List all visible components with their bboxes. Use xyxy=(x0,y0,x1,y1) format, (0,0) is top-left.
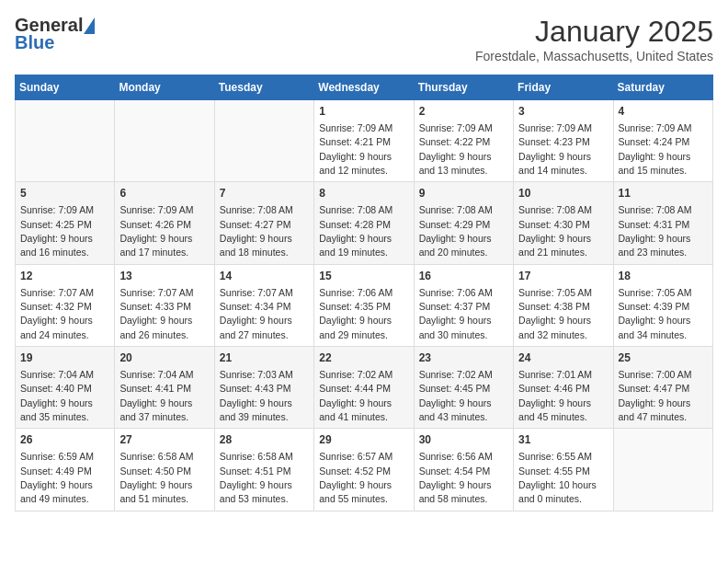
calendar-cell: 24Sunrise: 7:01 AM Sunset: 4:46 PM Dayli… xyxy=(514,347,613,429)
calendar-cell: 9Sunrise: 7:08 AM Sunset: 4:29 PM Daylig… xyxy=(414,182,513,264)
day-info: Sunrise: 7:07 AM Sunset: 4:33 PM Dayligh… xyxy=(119,287,193,340)
calendar-cell: 25Sunrise: 7:00 AM Sunset: 4:47 PM Dayli… xyxy=(613,347,712,429)
calendar-cell: 7Sunrise: 7:08 AM Sunset: 4:27 PM Daylig… xyxy=(214,182,313,264)
month-title: January 2025 xyxy=(475,15,713,49)
day-number: 21 xyxy=(220,350,309,366)
day-number: 12 xyxy=(20,269,109,284)
day-number: 4 xyxy=(619,104,708,120)
day-number: 9 xyxy=(419,186,508,201)
location-title: Forestdale, Massachusetts, United States xyxy=(475,49,713,63)
calendar-cell xyxy=(613,429,712,511)
day-number: 11 xyxy=(619,186,708,201)
calendar-cell: 13Sunrise: 7:07 AM Sunset: 4:33 PM Dayli… xyxy=(115,264,214,346)
calendar-week-row-3: 19Sunrise: 7:04 AM Sunset: 4:40 PM Dayli… xyxy=(16,347,713,429)
day-number: 23 xyxy=(419,350,508,366)
weekday-header-sunday: Sunday xyxy=(16,75,115,100)
calendar-cell: 21Sunrise: 7:03 AM Sunset: 4:43 PM Dayli… xyxy=(214,347,313,429)
day-info: Sunrise: 7:05 AM Sunset: 4:38 PM Dayligh… xyxy=(518,287,592,340)
calendar-table: SundayMondayTuesdayWednesdayThursdayFrid… xyxy=(15,75,713,511)
day-info: Sunrise: 7:06 AM Sunset: 4:37 PM Dayligh… xyxy=(419,287,493,340)
calendar-cell: 28Sunrise: 6:58 AM Sunset: 4:51 PM Dayli… xyxy=(214,429,313,511)
calendar-cell: 17Sunrise: 7:05 AM Sunset: 4:38 PM Dayli… xyxy=(514,264,613,346)
day-number: 3 xyxy=(518,104,608,120)
day-number: 16 xyxy=(419,269,508,284)
weekday-header-friday: Friday xyxy=(514,75,613,100)
day-number: 17 xyxy=(518,269,608,284)
day-info: Sunrise: 6:56 AM Sunset: 4:54 PM Dayligh… xyxy=(419,451,493,504)
day-info: Sunrise: 6:59 AM Sunset: 4:49 PM Dayligh… xyxy=(20,451,94,504)
logo-blue-text: Blue xyxy=(15,32,54,53)
day-info: Sunrise: 7:08 AM Sunset: 4:31 PM Dayligh… xyxy=(619,204,692,258)
day-number: 25 xyxy=(619,350,708,366)
calendar-cell: 14Sunrise: 7:07 AM Sunset: 4:34 PM Dayli… xyxy=(214,264,313,346)
calendar-cell: 11Sunrise: 7:08 AM Sunset: 4:31 PM Dayli… xyxy=(613,182,712,264)
day-number: 27 xyxy=(119,432,209,448)
calendar-cell: 27Sunrise: 6:58 AM Sunset: 4:50 PM Dayli… xyxy=(115,429,214,511)
calendar-cell: 23Sunrise: 7:02 AM Sunset: 4:45 PM Dayli… xyxy=(414,347,513,429)
day-number: 22 xyxy=(319,350,408,366)
day-info: Sunrise: 6:55 AM Sunset: 4:55 PM Dayligh… xyxy=(518,451,597,504)
day-number: 13 xyxy=(119,269,209,284)
day-info: Sunrise: 7:09 AM Sunset: 4:25 PM Dayligh… xyxy=(20,204,94,258)
day-number: 15 xyxy=(319,269,408,284)
day-info: Sunrise: 7:00 AM Sunset: 4:47 PM Dayligh… xyxy=(619,369,692,422)
day-info: Sunrise: 7:07 AM Sunset: 4:34 PM Dayligh… xyxy=(220,287,293,340)
day-info: Sunrise: 6:58 AM Sunset: 4:51 PM Dayligh… xyxy=(220,451,293,504)
day-number: 10 xyxy=(518,186,608,201)
calendar-week-row-0: 1Sunrise: 7:09 AM Sunset: 4:21 PM Daylig… xyxy=(16,100,713,182)
calendar-cell: 3Sunrise: 7:09 AM Sunset: 4:23 PM Daylig… xyxy=(514,100,613,182)
calendar-cell: 16Sunrise: 7:06 AM Sunset: 4:37 PM Dayli… xyxy=(414,264,513,346)
day-info: Sunrise: 7:08 AM Sunset: 4:27 PM Dayligh… xyxy=(220,204,293,258)
calendar-week-row-2: 12Sunrise: 7:07 AM Sunset: 4:32 PM Dayli… xyxy=(16,264,713,346)
calendar-cell: 26Sunrise: 6:59 AM Sunset: 4:49 PM Dayli… xyxy=(16,429,115,511)
weekday-header-tuesday: Tuesday xyxy=(214,75,313,100)
day-number: 19 xyxy=(20,350,109,366)
page-header: General Blue January 2025 Forestdale, Ma… xyxy=(15,15,713,63)
calendar-cell: 6Sunrise: 7:09 AM Sunset: 4:26 PM Daylig… xyxy=(115,182,214,264)
day-info: Sunrise: 7:02 AM Sunset: 4:44 PM Dayligh… xyxy=(319,369,392,422)
weekday-header-wednesday: Wednesday xyxy=(314,75,414,100)
day-number: 6 xyxy=(119,186,209,201)
day-info: Sunrise: 7:06 AM Sunset: 4:35 PM Dayligh… xyxy=(319,287,392,340)
day-number: 26 xyxy=(20,432,109,448)
calendar-cell: 31Sunrise: 6:55 AM Sunset: 4:55 PM Dayli… xyxy=(514,429,613,511)
day-info: Sunrise: 6:58 AM Sunset: 4:50 PM Dayligh… xyxy=(119,451,193,504)
weekday-header-row: SundayMondayTuesdayWednesdayThursdayFrid… xyxy=(16,75,713,100)
day-number: 14 xyxy=(220,269,309,284)
weekday-header-saturday: Saturday xyxy=(613,75,712,100)
day-number: 5 xyxy=(20,186,109,201)
calendar-cell: 15Sunrise: 7:06 AM Sunset: 4:35 PM Dayli… xyxy=(314,264,414,346)
day-info: Sunrise: 7:08 AM Sunset: 4:28 PM Dayligh… xyxy=(319,204,392,258)
calendar-cell: 12Sunrise: 7:07 AM Sunset: 4:32 PM Dayli… xyxy=(16,264,115,346)
day-info: Sunrise: 7:09 AM Sunset: 4:21 PM Dayligh… xyxy=(319,122,392,176)
day-info: Sunrise: 7:03 AM Sunset: 4:43 PM Dayligh… xyxy=(220,369,293,422)
calendar-cell: 29Sunrise: 6:57 AM Sunset: 4:52 PM Dayli… xyxy=(314,429,414,511)
day-info: Sunrise: 7:02 AM Sunset: 4:45 PM Dayligh… xyxy=(419,369,493,422)
calendar-week-row-1: 5Sunrise: 7:09 AM Sunset: 4:25 PM Daylig… xyxy=(16,182,713,264)
calendar-cell: 19Sunrise: 7:04 AM Sunset: 4:40 PM Dayli… xyxy=(16,347,115,429)
calendar-cell: 22Sunrise: 7:02 AM Sunset: 4:44 PM Dayli… xyxy=(314,347,414,429)
calendar-cell: 8Sunrise: 7:08 AM Sunset: 4:28 PM Daylig… xyxy=(314,182,414,264)
day-info: Sunrise: 7:07 AM Sunset: 4:32 PM Dayligh… xyxy=(20,287,94,340)
day-info: Sunrise: 7:05 AM Sunset: 4:39 PM Dayligh… xyxy=(619,287,692,340)
day-number: 2 xyxy=(419,104,508,120)
calendar-cell xyxy=(214,100,313,182)
day-info: Sunrise: 6:57 AM Sunset: 4:52 PM Dayligh… xyxy=(319,451,392,504)
calendar-cell: 10Sunrise: 7:08 AM Sunset: 4:30 PM Dayli… xyxy=(514,182,613,264)
day-number: 31 xyxy=(518,432,608,448)
day-info: Sunrise: 7:08 AM Sunset: 4:30 PM Dayligh… xyxy=(518,204,592,258)
logo: General Blue xyxy=(15,15,95,53)
day-info: Sunrise: 7:01 AM Sunset: 4:46 PM Dayligh… xyxy=(518,369,592,422)
day-info: Sunrise: 7:04 AM Sunset: 4:41 PM Dayligh… xyxy=(119,369,193,422)
day-number: 29 xyxy=(319,432,408,448)
day-info: Sunrise: 7:09 AM Sunset: 4:26 PM Dayligh… xyxy=(119,204,193,258)
calendar-cell: 1Sunrise: 7:09 AM Sunset: 4:21 PM Daylig… xyxy=(314,100,414,182)
logo-triangle-icon xyxy=(84,17,95,34)
calendar-cell: 2Sunrise: 7:09 AM Sunset: 4:22 PM Daylig… xyxy=(414,100,513,182)
calendar-cell: 4Sunrise: 7:09 AM Sunset: 4:24 PM Daylig… xyxy=(613,100,712,182)
day-number: 24 xyxy=(518,350,608,366)
day-number: 7 xyxy=(220,186,309,201)
day-number: 18 xyxy=(619,269,708,284)
calendar-cell: 18Sunrise: 7:05 AM Sunset: 4:39 PM Dayli… xyxy=(613,264,712,346)
day-info: Sunrise: 7:04 AM Sunset: 4:40 PM Dayligh… xyxy=(20,369,94,422)
